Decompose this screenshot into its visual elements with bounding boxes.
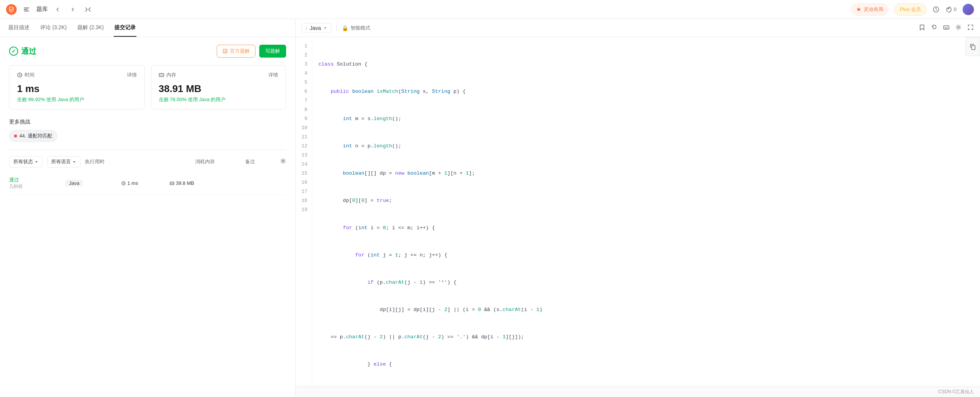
memory-card: 内存 详情 38.91 MB 击败 78.00% 使用 Java 的用户: [151, 65, 286, 110]
row-memory: 39.8 MB: [170, 180, 223, 186]
main-layout: 题目描述 评论 (3.2K) 题解 (2.3K) 提交记录 ✓ 通过: [0, 19, 980, 397]
code-line-8: for (int j = 1; j <= n; j++) {: [318, 251, 974, 260]
status-actions: 官方题解 写题解: [217, 45, 286, 57]
bottom-bar: CSDN ©乙真仙人: [296, 386, 980, 397]
code-line-6: dp[0][0] = true;: [318, 196, 974, 205]
svg-rect-12: [972, 46, 975, 49]
tab-solutions[interactable]: 题解 (2.3K): [76, 19, 105, 37]
mem-detail-link[interactable]: 详情: [268, 71, 278, 78]
shuffle-icon[interactable]: [83, 4, 93, 15]
code-line-3: int m = s.length();: [318, 114, 974, 124]
filter-status[interactable]: 所有状态: [9, 156, 43, 167]
svg-rect-1: [24, 9, 28, 10]
bookmark-icon[interactable]: [919, 24, 926, 32]
more-challenges: 更多挑战 44. 通配符匹配: [9, 119, 286, 142]
row-status[interactable]: 通过: [9, 176, 62, 183]
language-selector[interactable]: i Java: [302, 23, 331, 33]
fullscreen-icon[interactable]: [967, 24, 974, 32]
code-line-1: class Solution {: [318, 60, 974, 69]
mem-value: 38.91 MB: [159, 83, 278, 95]
time-value: 1 ms: [17, 83, 137, 95]
left-panel: 题目描述 评论 (3.2K) 题解 (2.3K) 提交记录 ✓ 通过: [0, 19, 296, 397]
code-line-9: if (p.charAt(j - 1) == '*') {: [318, 278, 974, 287]
tab-submissions[interactable]: 提交记录: [114, 19, 137, 37]
status-section: ✓ 通过 官方题解 写题解: [9, 45, 286, 57]
keyboard-icon[interactable]: [943, 24, 950, 32]
fire-icon-area[interactable]: 0: [945, 6, 956, 13]
svg-point-7: [282, 160, 284, 162]
nav-right: 灵动布局 Plus 会员 0: [851, 3, 974, 16]
row-exec-time: 1 ms: [121, 180, 167, 186]
table-settings-icon[interactable]: [280, 158, 286, 165]
tabs-bar: 题目描述 评论 (3.2K) 题解 (2.3K) 提交记录: [0, 19, 295, 37]
status-pass: ✓ 通过: [9, 46, 37, 56]
code-line-10: dp[i][j] = dp[i][j - 2] || (i > 0 && (s.…: [318, 305, 974, 314]
code-line-4: int n = p.length();: [318, 142, 974, 151]
time-detail-link[interactable]: 详情: [127, 71, 137, 78]
official-solution-button[interactable]: 官方题解: [217, 45, 255, 57]
row-time: 几秒前: [9, 183, 62, 190]
col-exec-time: 执行用时: [85, 158, 191, 165]
difficulty-dot: [14, 135, 17, 138]
col-memory: 消耗内存: [195, 158, 241, 165]
avatar[interactable]: [963, 4, 974, 15]
top-navigation: 题库 灵动布局 P: [0, 0, 980, 19]
right-panel: i Java | 🔒 智能模式: [296, 19, 980, 397]
logo[interactable]: [6, 4, 17, 15]
smart-mode-toggle[interactable]: 🔒 智能模式: [342, 25, 370, 32]
clock-icon-area[interactable]: [932, 6, 939, 13]
plus-button[interactable]: Plus 会员: [894, 3, 927, 16]
content-area: ✓ 通过 官方题解 写题解: [0, 37, 295, 397]
editor-toolbar: i Java | 🔒 智能模式: [296, 19, 980, 37]
code-line-12: } else {: [318, 360, 974, 369]
time-card: 时间 详情 1 ms 击败 99.92% 使用 Java 的用户: [9, 65, 145, 110]
copyright: CSDN ©乙真仙人: [938, 389, 974, 395]
line-numbers: 1 2 3 4 5 6 7 8 9 10 11 12 13 14 15 16 1: [296, 37, 312, 386]
code-line-5: boolean[][] dp = new boolean[m + 1][n + …: [318, 169, 974, 178]
svg-rect-4: [223, 49, 227, 53]
mem-beat: 击败 78.00% 使用 Java 的用户: [159, 96, 278, 103]
time-beat: 击败 99.92% 使用 Java 的用户: [17, 96, 137, 103]
code-line-2: public boolean isMatch(String s, String …: [318, 87, 974, 96]
back-icon[interactable]: [52, 4, 63, 15]
row-language: Java: [65, 179, 83, 187]
filter-language[interactable]: 所有语言: [47, 156, 80, 167]
menu-icon[interactable]: [21, 4, 32, 15]
settings-icon[interactable]: [955, 24, 962, 32]
table-row: 通过 几秒前 Java 1 ms: [9, 172, 286, 195]
nav-left: 题库: [6, 4, 93, 15]
check-circle-icon: ✓: [9, 47, 18, 56]
undo-icon[interactable]: [931, 24, 937, 32]
copy-panel[interactable]: [966, 37, 980, 56]
write-solution-button[interactable]: 写题解: [259, 45, 286, 57]
table-filter-row: 所有状态 所有语言 执行用时 消耗内存 备注: [9, 156, 286, 167]
code-line-7: for (int i = 0; i <= m; i++) {: [318, 224, 974, 233]
divider: [9, 149, 286, 150]
code-editor: 1 2 3 4 5 6 7 8 9 10 11 12 13 14 15 16 1: [296, 37, 980, 386]
more-challenges-title: 更多挑战: [9, 119, 286, 125]
col-note: 备注: [245, 158, 275, 165]
svg-rect-10: [943, 26, 949, 29]
lingdong-button[interactable]: 灵动布局: [851, 3, 888, 16]
svg-rect-0: [24, 8, 29, 8]
nav-title: 题库: [37, 6, 48, 13]
svg-rect-2: [24, 11, 29, 11]
code-container[interactable]: 1 2 3 4 5 6 7 8 9 10 11 12 13 14 15 16 1: [296, 37, 980, 386]
forward-icon[interactable]: [67, 4, 78, 15]
svg-point-11: [958, 26, 959, 28]
tab-comments[interactable]: 评论 (3.2K): [40, 19, 67, 37]
stats-grid: 时间 详情 1 ms 击败 99.92% 使用 Java 的用户: [9, 65, 286, 110]
code-line-11: == p.charAt(j - 2) || p.charAt(j - 2) ==…: [318, 333, 974, 342]
challenge-tag-0[interactable]: 44. 通配符匹配: [9, 130, 57, 142]
code-lines: class Solution { public boolean isMatch(…: [312, 37, 980, 386]
tab-description[interactable]: 题目描述: [8, 19, 30, 37]
